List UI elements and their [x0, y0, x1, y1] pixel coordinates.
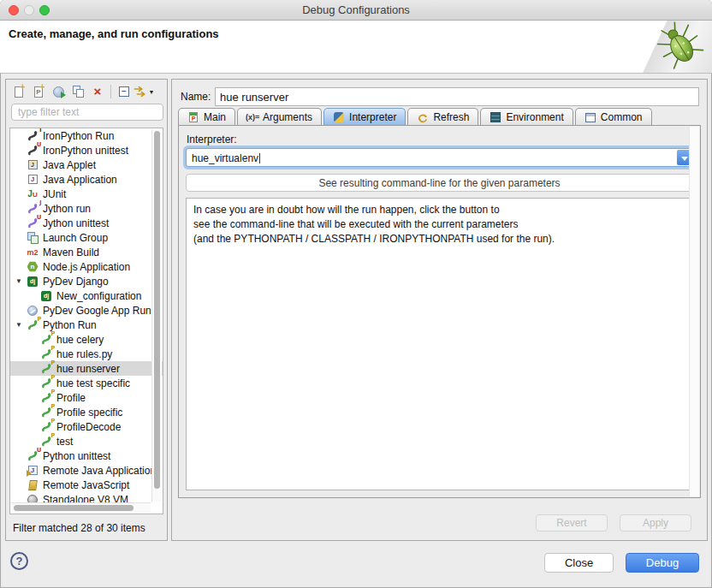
- duplicate-launch-configuration-button[interactable]: [69, 84, 86, 99]
- tree-item-label: Python Run: [43, 319, 97, 331]
- interpreter-combo[interactable]: hue_virtualenv: [186, 148, 693, 167]
- jython-unittest-icon: U: [26, 217, 39, 229]
- config-detail-panel: Name: PMain(x)=ArgumentsInterpreterRefre…: [171, 79, 708, 541]
- tree-item-hue-celery[interactable]: Phue celery: [10, 332, 163, 347]
- filter-input[interactable]: [11, 104, 163, 121]
- filter-icon: [134, 86, 147, 98]
- dialog-button-bar: ? Close Debug: [0, 541, 712, 588]
- see-command-line-button[interactable]: See resulting command-line for the given…: [186, 174, 693, 192]
- new-launch-configuration-button[interactable]: +: [10, 84, 27, 99]
- tree-item-remote-javascript[interactable]: Remote JavaScript: [10, 478, 163, 492]
- tree-item-python-run[interactable]: ▼ PPython Run: [10, 318, 163, 332]
- python-icon: P: [26, 318, 39, 331]
- tree-item-node-js-application[interactable]: nNode.js Application: [10, 259, 163, 274]
- tab-label: Environment: [506, 111, 563, 123]
- java-application-icon: J: [26, 173, 39, 186]
- tab-main[interactable]: PMain: [178, 108, 235, 126]
- debug-configurations-dialog: Debug Configurations Create, manage, and…: [0, 0, 712, 588]
- revert-button[interactable]: Revert: [536, 514, 608, 532]
- tree-item-pydev-google-app-run[interactable]: PyDev Google App Run: [10, 303, 163, 318]
- django-icon: dj: [39, 289, 53, 302]
- jython-icon: J: [26, 202, 39, 215]
- tree-item-label: Maven Build: [43, 246, 99, 258]
- expand-arrow-icon[interactable]: ▼: [15, 277, 26, 285]
- chevron-down-icon: ▼: [149, 89, 155, 95]
- tree-item-label: JUnit: [43, 188, 66, 200]
- duplicate-icon: [72, 86, 85, 98]
- tree-item-hue-rules-py[interactable]: Phue rules.py: [10, 347, 163, 361]
- dialog-body: +P+×− ▼ IIronPython Run UIronPython unit…: [0, 74, 712, 588]
- help-button[interactable]: ?: [10, 552, 28, 570]
- python-unittest-icon: U: [26, 449, 39, 462]
- tab-label: Main: [204, 111, 226, 123]
- new-prototype-icon: P+: [34, 86, 43, 98]
- python-icon: P: [39, 362, 53, 375]
- tree-item-label: test: [56, 436, 73, 448]
- expand-arrow-icon[interactable]: ▼: [15, 321, 26, 329]
- tree-item-profile[interactable]: PProfile: [10, 390, 163, 405]
- tree-horizontal-scrollbar[interactable]: [11, 502, 151, 513]
- tree-item-label: Launch Group: [43, 232, 108, 244]
- new-launch-prototype-button[interactable]: P+: [30, 84, 47, 99]
- tree-vertical-scrollbar[interactable]: [151, 129, 162, 502]
- tree-item-ironpython-run[interactable]: IIronPython Run: [10, 128, 163, 143]
- apply-button[interactable]: Apply: [620, 514, 691, 532]
- tree-item-new-configuration[interactable]: djNew_configuration: [10, 288, 163, 303]
- python-icon: P: [39, 333, 53, 346]
- tree-item-remote-java-application[interactable]: JRemote Java Application: [10, 463, 163, 478]
- tab-arguments[interactable]: (x)=Arguments: [237, 108, 322, 126]
- tree-item-label: IronPython Run: [43, 130, 114, 142]
- launch-toolbar: +P+×− ▼: [6, 80, 167, 104]
- run-info-text: In case you are in doubt how will the ru…: [186, 198, 693, 490]
- delete-launch-configuration-button[interactable]: ×: [89, 84, 106, 99]
- tree-item-label: hue rules.py: [56, 348, 112, 360]
- new-config-icon: +: [15, 86, 23, 98]
- tab-common[interactable]: Common: [575, 108, 652, 126]
- tree-item-pydev-django[interactable]: ▼djPyDev Django: [10, 274, 163, 288]
- interpreter-label: Interpreter:: [187, 134, 237, 146]
- tree-item-label: Java Applet: [43, 159, 96, 171]
- tree-item-label: Python unittest: [43, 450, 110, 462]
- tree-item-test[interactable]: Ptest: [10, 434, 163, 448]
- tab-interpreter[interactable]: Interpreter: [323, 108, 406, 126]
- tree-item-hue-runserver[interactable]: Phue runserver: [10, 361, 163, 376]
- tree-item-label: PyDev Django: [43, 276, 109, 288]
- launch-config-panel: +P+×− ▼ IIronPython Run UIronPython unit…: [5, 79, 168, 541]
- debug-bug-icon: [654, 21, 707, 72]
- tab-environment[interactable]: Environment: [480, 108, 573, 126]
- name-input[interactable]: [215, 87, 699, 106]
- collapse-all-icon: −: [119, 86, 129, 97]
- tree-item-jython-unittest[interactable]: UJython unittest: [10, 216, 163, 230]
- debug-button[interactable]: Debug: [626, 553, 699, 573]
- tree-item-label: Jython unittest: [43, 217, 109, 229]
- python-icon: P: [39, 347, 53, 360]
- tree-item-ironpython-unittest[interactable]: UIronPython unittest: [10, 143, 163, 157]
- python-icon: P: [39, 391, 53, 404]
- tree-item-java-applet[interactable]: JJava Applet: [10, 157, 163, 172]
- collapse-all-button[interactable]: −: [116, 84, 133, 99]
- close-button[interactable]: Close: [544, 553, 614, 573]
- tree-item-launch-group[interactable]: Launch Group: [10, 230, 163, 245]
- tree-item-hue-test-specific[interactable]: Phue test specific: [10, 376, 163, 390]
- export-launch-configurations-button[interactable]: [50, 84, 67, 99]
- tree-item-maven-build[interactable]: m2Maven Build: [10, 245, 163, 259]
- tree-item-java-application[interactable]: JJava Application: [10, 172, 163, 187]
- filter-launch-configurations-button[interactable]: ▼: [135, 84, 152, 99]
- window-title: Debug Configurations: [0, 3, 712, 16]
- tab-label: Common: [601, 111, 643, 123]
- tree-item-label: PyDev Google App Run: [43, 305, 151, 317]
- toolbar-separator: [110, 85, 111, 98]
- nodejs-icon: n: [26, 260, 39, 273]
- tree-item-label: Profile: [56, 392, 86, 404]
- tree-item-profile-specific[interactable]: PProfile specific: [10, 405, 163, 419]
- tree-item-jython-run[interactable]: JJython run: [10, 201, 163, 216]
- tree-item-junit[interactable]: JUJUnit: [10, 187, 163, 201]
- tree-item-python-unittest[interactable]: UPython unittest: [10, 448, 163, 463]
- environment-tab-icon: [490, 112, 501, 123]
- info-scrollbar[interactable]: [689, 127, 699, 496]
- python-icon: P: [39, 406, 53, 419]
- tab-refresh[interactable]: Refresh: [407, 108, 478, 126]
- tree-item-profiledecode[interactable]: PProfileDecode: [10, 419, 163, 434]
- tree-item-label: hue runserver: [56, 363, 120, 375]
- name-label: Name:: [181, 91, 211, 103]
